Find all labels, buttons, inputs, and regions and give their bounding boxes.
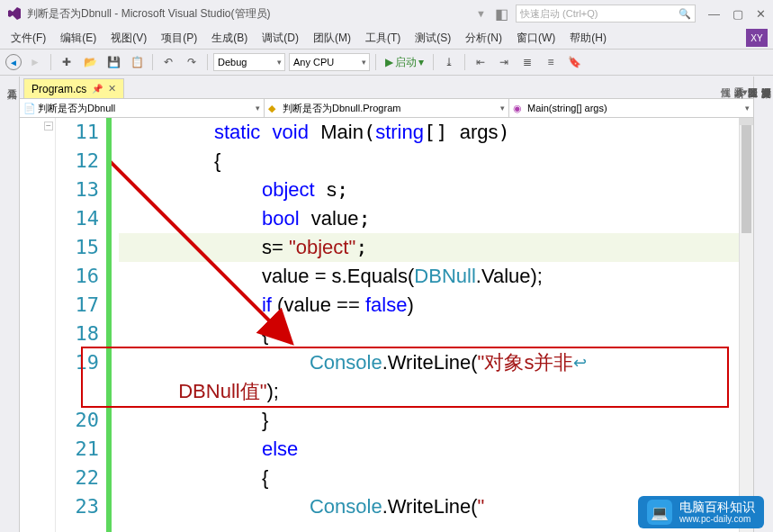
menu-build[interactable]: 生成(B) bbox=[206, 29, 253, 48]
menu-test[interactable]: 测试(S) bbox=[409, 29, 456, 48]
vertical-scrollbar[interactable] bbox=[739, 118, 753, 532]
vs-logo-icon bbox=[7, 6, 22, 21]
right-sidebar-tabs: 解决方案资源管理器 团队资源管理器 诊断工具 属性 bbox=[753, 77, 773, 532]
menu-file[interactable]: 文件(F) bbox=[5, 29, 51, 48]
comment-button[interactable]: ≣ bbox=[517, 52, 537, 72]
save-button[interactable]: 💾 bbox=[103, 52, 123, 72]
menu-debug[interactable]: 调试(D) bbox=[256, 29, 304, 48]
split-handle[interactable] bbox=[740, 118, 753, 125]
indent-more-button[interactable]: ⇥ bbox=[494, 52, 514, 72]
start-debug-button[interactable]: ▶ 启动 ▾ bbox=[382, 55, 427, 70]
menu-view[interactable]: 视图(V) bbox=[105, 29, 152, 48]
file-tab-program[interactable]: Program.cs 📌 ✕ bbox=[23, 78, 124, 98]
nav-method-dropdown[interactable]: ◉ Main(string[] args) bbox=[509, 99, 753, 117]
undo-button[interactable]: ↶ bbox=[158, 52, 178, 72]
indent-less-button[interactable]: ⇤ bbox=[471, 52, 490, 72]
watermark: 💻 电脑百科知识 www.pc-daily.com bbox=[638, 496, 764, 528]
window-title: 判断是否为Dbnull - Microsoft Visual Studio(管理… bbox=[27, 6, 271, 22]
search-icon: 🔍 bbox=[679, 8, 691, 20]
toolbox-tab[interactable]: 工具箱 bbox=[0, 77, 20, 532]
quick-launch-input[interactable]: 快速启动 (Ctrl+Q) 🔍 bbox=[516, 5, 696, 23]
class-icon: ◆ bbox=[268, 103, 279, 113]
nav-forward-button[interactable]: ► bbox=[25, 52, 45, 72]
platform-dropdown[interactable]: Any CPU bbox=[289, 53, 370, 71]
close-tab-icon[interactable]: ✕ bbox=[108, 83, 116, 95]
nav-project-dropdown[interactable]: 📄 判断是否为Dbnull bbox=[20, 99, 265, 117]
line-wrap-icon: ↩ bbox=[573, 353, 587, 373]
menubar: 文件(F) 编辑(E) 视图(V) 项目(P) 生成(B) 调试(D) 团队(M… bbox=[0, 27, 773, 49]
solution-explorer-tab[interactable]: 解决方案资源管理器 bbox=[760, 80, 773, 528]
bookmark-button[interactable]: 🔖 bbox=[564, 52, 584, 72]
tab-label: Program.cs bbox=[31, 83, 86, 95]
menu-team[interactable]: 团队(M) bbox=[308, 29, 356, 48]
open-button[interactable]: 📂 bbox=[80, 52, 100, 72]
minimize-button[interactable]: — bbox=[708, 7, 720, 21]
nav-back-button[interactable]: ◄ bbox=[5, 54, 22, 70]
titlebar: 判断是否为Dbnull - Microsoft Visual Studio(管理… bbox=[0, 0, 773, 27]
maximize-button[interactable]: ▢ bbox=[733, 7, 743, 21]
watermark-icon: 💻 bbox=[647, 500, 672, 525]
uncomment-button[interactable]: ≡ bbox=[541, 52, 561, 72]
redo-button[interactable]: ↷ bbox=[182, 52, 202, 72]
pin-icon[interactable]: 📌 bbox=[92, 84, 103, 94]
nav-class-dropdown[interactable]: ◆ 判断是否为Dbnull.Program bbox=[265, 99, 509, 117]
document-tabs: Program.cs 📌 ✕ ▾ bbox=[20, 77, 753, 98]
menu-edit[interactable]: 编辑(E) bbox=[55, 29, 102, 48]
method-icon: ◉ bbox=[513, 103, 524, 113]
watermark-url: www.pc-daily.com bbox=[679, 514, 755, 524]
line-number-gutter: 11 12 13 14 15 16 17 18 19 20 21 22 23 bbox=[56, 118, 106, 532]
outline-collapse-icon[interactable]: − bbox=[44, 122, 53, 131]
menu-window[interactable]: 窗口(W) bbox=[511, 29, 561, 48]
menu-tools[interactable]: 工具(T) bbox=[360, 29, 406, 48]
save-all-button[interactable]: 📋 bbox=[127, 52, 147, 72]
notifications-icon[interactable]: ▼ bbox=[476, 8, 486, 19]
menu-help[interactable]: 帮助(H) bbox=[564, 29, 612, 48]
menu-analyze[interactable]: 分析(N) bbox=[460, 29, 508, 48]
csharp-project-icon: 📄 bbox=[23, 103, 34, 113]
user-badge[interactable]: XY bbox=[746, 29, 768, 47]
step-button[interactable]: ⤓ bbox=[439, 52, 459, 72]
menu-project[interactable]: 项目(P) bbox=[156, 29, 202, 48]
code-editor[interactable]: − 11 12 13 14 15 16 17 18 19 20 21 22 23 bbox=[20, 118, 753, 532]
code-navbar: 📄 判断是否为Dbnull ◆ 判断是否为Dbnull.Program ◉ Ma… bbox=[20, 98, 753, 118]
close-button[interactable]: ✕ bbox=[756, 7, 766, 21]
config-dropdown[interactable]: Debug bbox=[213, 53, 285, 71]
toolbar: ◄ ► ✚ 📂 💾 📋 ↶ ↷ Debug Any CPU ▶ 启动 ▾ ⤓ ⇤… bbox=[0, 49, 773, 76]
feedback-icon[interactable]: ◧ bbox=[495, 5, 508, 23]
watermark-title: 电脑百科知识 bbox=[679, 500, 755, 514]
new-project-button[interactable]: ✚ bbox=[57, 52, 76, 72]
scroll-thumb[interactable] bbox=[742, 125, 751, 233]
